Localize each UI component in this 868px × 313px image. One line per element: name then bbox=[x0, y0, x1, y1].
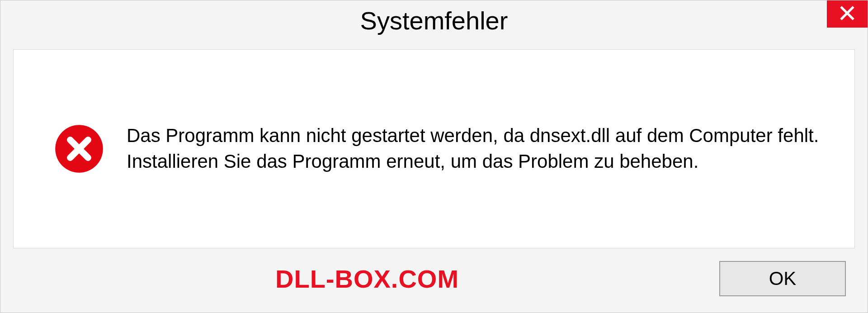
titlebar: Systemfehler bbox=[0, 0, 868, 41]
error-message: Das Programm kann nicht gestartet werden… bbox=[127, 123, 827, 174]
message-panel: Das Programm kann nicht gestartet werden… bbox=[13, 49, 855, 248]
dialog-footer: DLL-BOX.COM OK bbox=[0, 248, 868, 313]
dialog-title: Systemfehler bbox=[360, 6, 508, 35]
close-icon bbox=[839, 5, 855, 23]
system-error-dialog: Systemfehler Das Programm kann nicht ges… bbox=[0, 0, 868, 313]
watermark-text: DLL-BOX.COM bbox=[275, 264, 459, 294]
close-button[interactable] bbox=[827, 0, 868, 28]
ok-button[interactable]: OK bbox=[719, 261, 846, 296]
error-icon bbox=[54, 124, 104, 174]
